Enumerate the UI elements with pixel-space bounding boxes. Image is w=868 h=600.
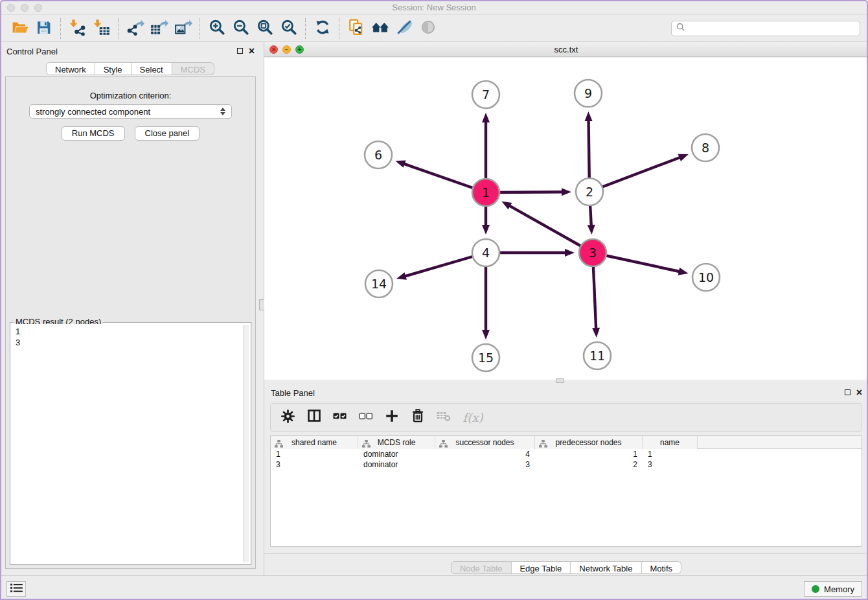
table-cell[interactable]: 4 (435, 449, 535, 459)
open-folder-icon (11, 19, 29, 38)
column-header-name[interactable]: name (643, 436, 698, 449)
tab-select[interactable]: Select (131, 62, 172, 75)
search-input[interactable] (689, 23, 855, 34)
mcds-result-text[interactable]: 13 (12, 324, 249, 563)
criterion-selected-value: strongly connected component (36, 107, 150, 117)
column-header-shared-name[interactable]: shared name (271, 436, 358, 449)
mcds-result-group: MCDS result (2 nodes) 13 (10, 322, 251, 565)
table-cell[interactable]: 3 (643, 459, 698, 470)
duplicate-network-button[interactable] (344, 17, 368, 40)
table-cell[interactable]: 3 (271, 459, 358, 470)
float-table-panel-icon[interactable] (845, 389, 851, 395)
first-neighbors-button[interactable] (368, 17, 392, 40)
tab-edge-table[interactable]: Edge Table (511, 561, 571, 574)
hide-graphics-details-button[interactable] (392, 17, 416, 40)
table-panel-title: Table Panel (271, 388, 315, 398)
zoom-fit-icon (257, 19, 273, 38)
tab-style[interactable]: Style (95, 62, 131, 75)
table-cell[interactable]: dominator (358, 449, 435, 459)
table-cell[interactable]: 1 (271, 449, 358, 459)
zoom-in-icon (209, 19, 225, 38)
column-header-successor-nodes[interactable]: successor nodes (435, 436, 535, 449)
open-session-button[interactable] (8, 17, 32, 40)
tab-network-table[interactable]: Network Table (571, 561, 641, 574)
zoom-out-button[interactable] (229, 17, 253, 40)
graph-edge-arrowhead (396, 272, 407, 280)
apply-layout-button[interactable] (310, 17, 334, 40)
network-resize-handle[interactable] (556, 378, 564, 383)
export-table-button[interactable] (147, 17, 171, 40)
graph-edge-arrowhead (482, 225, 490, 235)
optimization-criterion-select[interactable]: strongly connected component (29, 104, 232, 119)
export-network-button[interactable] (123, 17, 147, 40)
zoom-selected-icon (280, 19, 297, 38)
function-builder-button-disabled[interactable]: f(x) (461, 409, 485, 426)
table-row[interactable]: 3dominator323 (271, 459, 862, 470)
status-bar: Memory (0, 575, 868, 600)
graph-edge-arrowhead (395, 161, 405, 168)
table-cell[interactable]: 1 (643, 449, 698, 459)
deselect-all-rows-button[interactable] (357, 409, 374, 426)
select-all-icon (332, 408, 348, 426)
graph-edge-arrowhead (501, 202, 512, 210)
table-cell[interactable]: 1 (535, 449, 643, 459)
window-titlebar: Session: New Session (0, 0, 868, 15)
graph-node-label-10: 10 (698, 270, 714, 284)
float-panel-icon[interactable] (237, 48, 243, 54)
zoom-out-icon (233, 19, 249, 38)
export-table-icon (150, 19, 168, 38)
network-zoom-button[interactable]: + (295, 45, 304, 54)
network-canvas[interactable]: 7968124314101511 (264, 58, 868, 380)
import-table-button[interactable] (89, 17, 113, 40)
network-titlebar[interactable]: × − + scc.txt (264, 42, 868, 57)
tab-motifs[interactable]: Motifs (641, 561, 681, 574)
search-icon (676, 23, 685, 34)
graph-edge-2-8[interactable] (589, 157, 681, 192)
show-graphics-details-button[interactable] (416, 17, 440, 40)
memory-button[interactable]: Memory (804, 581, 862, 597)
add-column-button[interactable] (383, 409, 400, 426)
column-header-label: shared name (271, 436, 358, 449)
graph-node-label-15: 15 (478, 351, 494, 365)
column-header-MCDS-role[interactable]: MCDS role (358, 436, 435, 449)
close-table-panel-icon[interactable]: × (856, 389, 862, 396)
select-all-rows-button[interactable] (331, 409, 348, 426)
graph-edge-3-1[interactable] (508, 205, 593, 253)
export-image-icon (174, 19, 192, 38)
delete-table-button-disabled[interactable] (435, 409, 452, 426)
deselect-all-icon (358, 408, 374, 426)
table-cell[interactable]: dominator (358, 459, 435, 470)
import-network-button[interactable] (65, 17, 89, 40)
result-scrollbar[interactable] (243, 325, 249, 562)
control-panel: Control Panel × NetworkStyleSelectMCDS O… (0, 42, 260, 575)
select-stepper-icon (220, 108, 225, 115)
node-table: shared nameMCDS rolesuccessor nodesprede… (270, 435, 862, 547)
delete-column-button[interactable] (409, 409, 426, 426)
column-header-label: successor nodes (435, 436, 534, 449)
tab-mcds[interactable]: MCDS (172, 62, 214, 75)
network-graph[interactable]: 7968124314101511 (264, 58, 868, 380)
network-close-button[interactable]: × (269, 45, 278, 54)
close-panel-button[interactable]: Close panel (135, 126, 200, 141)
table-settings-button[interactable] (279, 409, 297, 426)
run-mcds-button[interactable]: Run MCDS (62, 126, 125, 141)
tab-node-table[interactable]: Node Table (451, 561, 512, 574)
gear-icon (280, 409, 295, 426)
save-session-button[interactable] (32, 17, 56, 40)
table-split-view-button[interactable] (305, 409, 323, 426)
close-panel-icon[interactable]: × (249, 47, 255, 54)
tab-network[interactable]: Network (46, 62, 95, 75)
task-history-button[interactable] (6, 581, 26, 597)
zoom-selected-button[interactable] (277, 17, 301, 40)
table-cell[interactable]: 3 (435, 459, 535, 470)
network-minimize-button[interactable]: − (282, 45, 291, 54)
search-box[interactable] (671, 21, 860, 36)
table-row[interactable]: 1dominator411 (271, 449, 862, 459)
zoom-in-button[interactable] (205, 17, 229, 40)
export-image-button[interactable] (171, 17, 195, 40)
zoom-fit-button[interactable] (253, 17, 277, 40)
table-cell[interactable]: 2 (535, 459, 643, 470)
column-header-predecessor-nodes[interactable]: predecessor nodes (535, 436, 643, 449)
result-line: 3 (16, 337, 20, 348)
houses-icon (371, 19, 389, 38)
